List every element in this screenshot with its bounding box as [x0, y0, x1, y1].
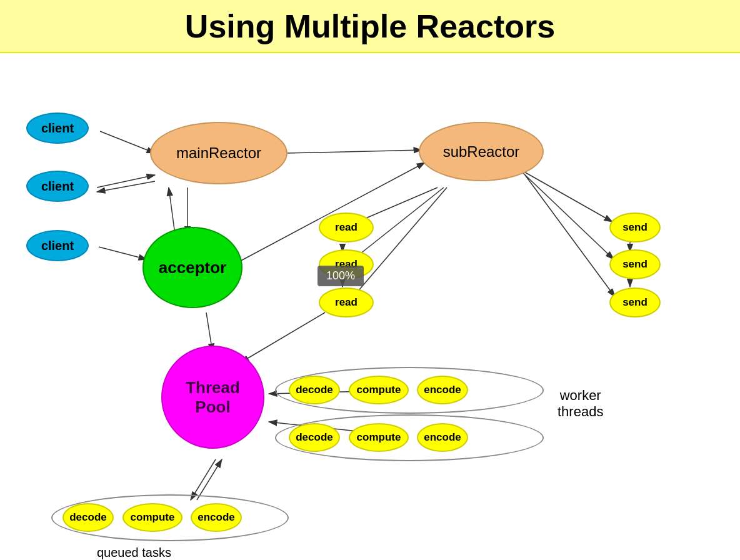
- acceptor-node: acceptor: [142, 227, 242, 308]
- worker-threads-label: workerthreads: [558, 388, 603, 420]
- client1-node: client: [26, 112, 89, 144]
- compute3-node: compute: [122, 503, 182, 532]
- svg-line-15: [525, 175, 615, 297]
- send1-node: send: [609, 212, 661, 242]
- thread-pool-node: Thread Pool: [161, 346, 264, 449]
- svg-line-12: [353, 188, 447, 297]
- decode2-node: decode: [289, 423, 340, 452]
- client3-node: client: [26, 230, 89, 261]
- send2-node: send: [609, 249, 661, 279]
- svg-line-24: [191, 459, 216, 500]
- compute1-node: compute: [349, 376, 409, 404]
- main-reactor-node: mainReactor: [150, 122, 288, 184]
- svg-line-25: [197, 459, 222, 500]
- header: Using Multiple Reactors: [0, 0, 740, 53]
- svg-line-4: [97, 181, 155, 192]
- queued-tasks-label: queued tasks: [97, 546, 171, 560]
- page-title: Using Multiple Reactors: [185, 8, 555, 45]
- svg-line-5: [99, 247, 147, 259]
- encode1-node: encode: [417, 376, 468, 404]
- svg-line-7: [169, 188, 175, 234]
- encode2-node: encode: [417, 423, 468, 452]
- svg-line-20: [241, 312, 325, 362]
- svg-line-2: [100, 131, 155, 153]
- tooltip: 100%: [318, 266, 364, 286]
- encode3-node: encode: [191, 503, 242, 532]
- svg-line-14: [522, 172, 614, 259]
- client2-node: client: [26, 171, 89, 202]
- svg-line-8: [238, 162, 425, 262]
- diagram-area: client client client mainReactor subReac…: [0, 53, 740, 560]
- read3-node: read: [319, 288, 374, 318]
- sub-reactor-node: subReactor: [419, 122, 544, 181]
- send3-node: send: [609, 288, 661, 318]
- svg-line-3: [97, 175, 155, 188]
- decode1-node: decode: [289, 376, 340, 404]
- svg-line-9: [288, 150, 422, 153]
- read1-node: read: [319, 212, 374, 242]
- compute2-node: compute: [349, 423, 409, 452]
- svg-line-13: [519, 169, 612, 222]
- decode3-node: decode: [62, 503, 114, 532]
